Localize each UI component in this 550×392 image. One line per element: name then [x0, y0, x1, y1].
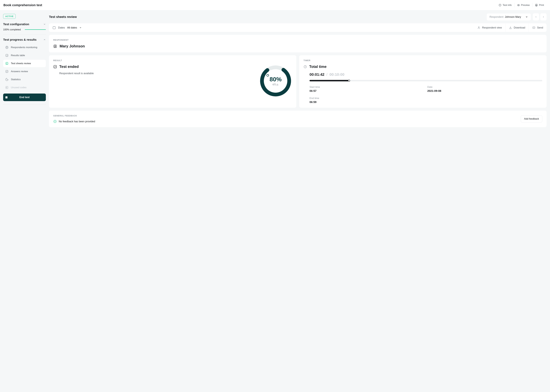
toolbar-actions: Respondent view Download Send	[474, 23, 547, 32]
preview-button[interactable]: Preview	[515, 3, 532, 7]
feedback-card-label: GENERAL FEEDBACK	[53, 115, 95, 117]
chevron-down-icon	[43, 23, 46, 26]
send-icon	[532, 26, 535, 29]
timer-progress-knob	[348, 80, 350, 82]
respondent-selector: Respondent Johnson Mary	[487, 13, 547, 21]
end-test-label: End test	[19, 96, 29, 99]
date-label: Date	[427, 86, 543, 89]
topbar: Book comprehension test Test info Previe…	[0, 0, 550, 10]
pie-chart-icon	[5, 78, 9, 81]
result-status-desc: Respondent result is available	[59, 71, 256, 75]
sidebar-item-label: Statistics	[11, 78, 21, 81]
end-time-block: End time 06:59	[310, 97, 425, 104]
prev-respondent-button[interactable]	[533, 13, 539, 21]
toolbar: Dates All dates Respondent view Download…	[49, 23, 547, 32]
sidebar-item-monitoring[interactable]: Respondents monitoring	[3, 44, 46, 51]
sidebar: ACTIVE Test configuration 100% completed…	[0, 10, 49, 392]
end-time-label: End time	[310, 97, 425, 100]
score-donut-chart: 80% 4/5 p.	[259, 64, 292, 97]
completion-bar	[25, 29, 46, 30]
download-label: Download	[514, 26, 525, 29]
timer-progress-bar	[310, 80, 542, 81]
print-button[interactable]: Print	[532, 3, 547, 7]
start-time-label: Start time	[310, 86, 425, 89]
timer-card-label: TIMER	[304, 59, 542, 62]
main-title: Test sheets review	[49, 15, 77, 19]
timer-title: Total time	[309, 64, 327, 69]
date-value: 2021-09-08	[427, 89, 543, 92]
chevron-left-icon	[535, 16, 537, 18]
timer-card: TIMER Total time 00:01:42 / 00:10:00	[299, 55, 547, 108]
user-badge-icon	[53, 44, 57, 48]
result-card: RESULT Test ended Respondent result is a…	[49, 55, 296, 108]
score-points: 4/5 p.	[272, 83, 279, 86]
stop-icon	[6, 96, 7, 98]
start-time-block: Start time 06:57	[310, 86, 425, 92]
respondent-dropdown-value: Johnson Mary	[505, 15, 521, 19]
section-title-progress: Test progress & results	[3, 38, 36, 41]
sidebar-item-sheets-review[interactable]: Test sheets review	[3, 60, 46, 67]
next-respondent-button[interactable]	[540, 13, 547, 21]
sidebar-item-statistics[interactable]: Statistics	[3, 76, 46, 83]
check-square-icon	[53, 65, 57, 69]
respondent-dropdown-label: Respondent	[490, 15, 503, 19]
respondent-name: Mary Johnson	[60, 44, 85, 49]
sidebar-item-label: Unused codes	[11, 86, 27, 89]
download-button[interactable]: Download	[505, 23, 529, 32]
sidebar-item-unused-codes: Unused codes	[3, 84, 46, 91]
dates-filter[interactable]: Dates All dates	[49, 23, 85, 32]
section-header-configuration[interactable]: Test configuration	[3, 22, 46, 26]
add-feedback-button[interactable]: Add feedback	[521, 115, 542, 122]
respondent-card: RESPONDENT Mary Johnson	[49, 35, 547, 52]
print-label: Print	[539, 4, 544, 7]
completion-text: 100% completed	[3, 28, 21, 31]
sidebar-item-results-table[interactable]: Results table	[3, 52, 46, 59]
printer-icon	[535, 4, 538, 7]
checklist-icon	[5, 62, 9, 65]
feedback-card: GENERAL FEEDBACK No feedback has been pr…	[49, 111, 547, 127]
main: Test sheets review Respondent Johnson Ma…	[49, 10, 550, 392]
svg-rect-24	[54, 45, 56, 48]
svg-rect-26	[54, 65, 56, 68]
score-percent: 80%	[270, 76, 282, 83]
section-title-configuration: Test configuration	[3, 22, 29, 26]
end-time-value: 06:59	[310, 101, 425, 104]
svg-rect-11	[6, 62, 8, 65]
topbar-actions: Test info Preview Print	[496, 3, 547, 7]
calendar-icon	[52, 26, 56, 29]
key-icon	[5, 86, 9, 89]
respondent-view-button[interactable]: Respondent view	[474, 23, 505, 32]
chevron-down-icon	[525, 16, 528, 18]
end-test-button[interactable]: End test	[3, 93, 46, 101]
respondent-card-label: RESPONDENT	[53, 39, 542, 41]
sidebar-item-label: Respondents monitoring	[11, 46, 37, 49]
svg-point-7	[6, 47, 7, 48]
timer-elapsed: 00:01:42	[310, 72, 324, 77]
test-info-label: Test info	[503, 4, 512, 7]
timer-progress-fill	[310, 80, 349, 81]
sidebar-item-answers-review[interactable]: Answers review	[3, 68, 46, 75]
date-block: Date 2021-09-08	[427, 86, 543, 92]
sidebar-item-label: Test sheets review	[11, 62, 31, 65]
timer-separator: /	[327, 72, 327, 77]
clock-icon	[304, 65, 307, 69]
page-title: Book comprehension test	[3, 3, 42, 7]
svg-point-34	[56, 121, 56, 122]
chat-icon	[53, 120, 57, 123]
svg-rect-13	[6, 70, 8, 73]
svg-rect-23	[533, 27, 535, 29]
section-header-progress[interactable]: Test progress & results	[3, 38, 46, 41]
check-square-icon	[5, 70, 9, 73]
info-icon	[499, 4, 501, 7]
chevron-down-icon	[79, 27, 82, 29]
chevron-up-icon	[43, 38, 46, 41]
test-info-button[interactable]: Test info	[496, 3, 514, 7]
start-time-value: 06:57	[310, 89, 425, 92]
svg-point-3	[518, 5, 519, 6]
respondent-dropdown[interactable]: Respondent Johnson Mary	[487, 14, 531, 21]
user-icon	[477, 26, 480, 29]
svg-point-22	[478, 27, 479, 28]
respondent-view-label: Respondent view	[482, 26, 502, 29]
send-button[interactable]: Send	[529, 23, 547, 32]
result-status-title: Test ended	[59, 64, 79, 69]
